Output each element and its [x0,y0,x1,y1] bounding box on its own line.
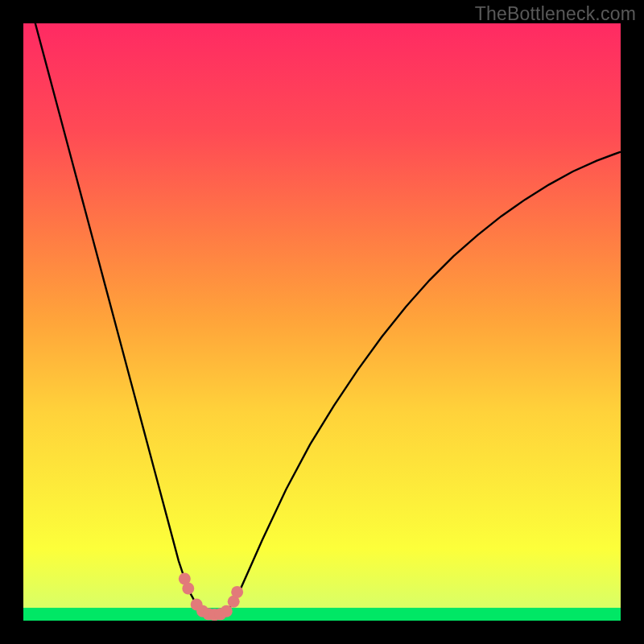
curve-line [23,0,621,615]
curve-markers [179,573,243,621]
plot-area [23,23,621,621]
chart-frame: TheBottleneck.com [0,0,644,644]
attribution-label: TheBottleneck.com [475,3,636,25]
bottleneck-curve [23,23,621,621]
curve-marker [182,582,194,594]
curve-marker [221,605,233,617]
curve-marker [231,586,243,598]
